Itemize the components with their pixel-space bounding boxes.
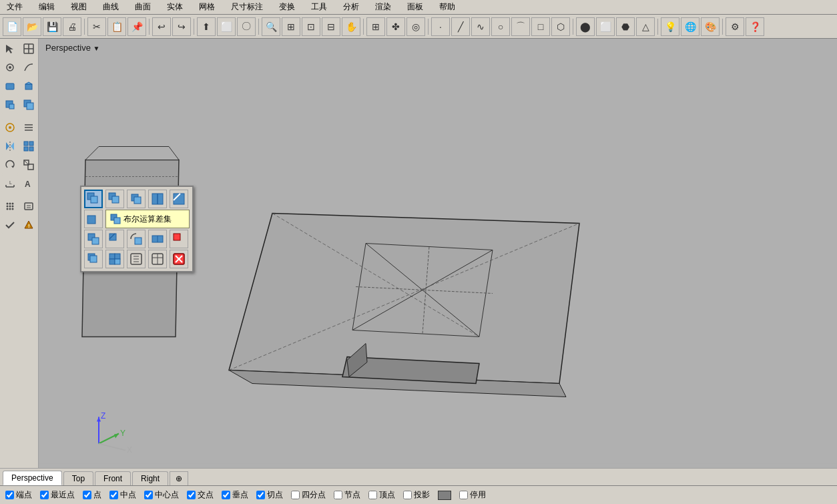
ft-r3c3[interactable] [127, 230, 146, 248]
sb-grid-snap[interactable] [1, 198, 19, 215]
ft-r4c3[interactable] [127, 250, 146, 268]
viewport[interactable]: Perspective ▼ [39, 39, 837, 468]
ft-r3c1[interactable] [84, 230, 103, 248]
ft-icon-diff2[interactable] [84, 210, 103, 228]
tb-cone[interactable]: △ [636, 17, 655, 36]
sb-mirror-tool[interactable] [1, 138, 19, 155]
sb-rotate-tool[interactable] [1, 156, 19, 174]
viewport-label[interactable]: Perspective ▼ [45, 43, 99, 53]
tb-pan[interactable]: ✋ [342, 17, 360, 36]
status-point-check[interactable] [83, 491, 91, 499]
ft-r3c2[interactable] [105, 230, 124, 248]
menu-help[interactable]: 帮助 [435, 0, 459, 14]
sb-array-tool[interactable] [20, 138, 37, 155]
tb-zoom-ext[interactable]: ⊞ [282, 17, 300, 36]
status-quad-check[interactable] [291, 491, 300, 499]
status-tan[interactable]: 切点 [256, 489, 283, 501]
tab-top[interactable]: Top [63, 471, 93, 485]
status-perp-check[interactable] [222, 491, 230, 499]
status-intersect-check[interactable] [187, 491, 196, 499]
sb-text-tool[interactable]: A [20, 175, 37, 192]
menu-curve[interactable]: 曲线 [99, 0, 123, 14]
status-quad[interactable]: 四分点 [291, 489, 326, 501]
ft-trim[interactable] [170, 190, 188, 208]
sb-snap-tool[interactable] [1, 119, 19, 136]
tab-add[interactable]: ⊕ [170, 471, 188, 485]
ft-r3c5[interactable] [170, 230, 188, 248]
tb-help[interactable]: ❓ [746, 17, 764, 36]
status-perp[interactable]: 垂点 [222, 489, 248, 501]
status-midpoint-check[interactable] [109, 491, 118, 499]
tb-settings[interactable]: ⚙ [726, 17, 744, 36]
menu-transform[interactable]: 变换 [275, 0, 299, 14]
menu-edit[interactable]: 编辑 [35, 0, 59, 14]
tab-perspective[interactable]: Perspective [3, 471, 62, 485]
status-nearest-check[interactable] [40, 491, 49, 499]
tab-right[interactable]: Right [132, 471, 168, 485]
sb-boolean-tool[interactable] [20, 96, 37, 113]
sb-scale-tool[interactable] [20, 156, 37, 174]
tb-rect[interactable]: □ [531, 17, 550, 36]
tb-osnap[interactable]: ◎ [406, 17, 425, 36]
sb-solid-tool[interactable] [20, 77, 37, 95]
tb-curve[interactable]: ∿ [471, 17, 490, 36]
status-vertex-check[interactable] [368, 491, 377, 499]
menu-tools[interactable]: 工具 [307, 0, 331, 14]
sb-select-tool[interactable] [1, 40, 19, 57]
menu-mesh[interactable]: 网格 [195, 0, 219, 14]
ft-r4c4[interactable] [148, 250, 167, 268]
status-endpoint[interactable]: 端点 [5, 489, 32, 501]
tb-print[interactable]: 🖨 [63, 17, 81, 36]
status-disable[interactable]: 停用 [459, 489, 486, 501]
sb-dim-tool[interactable]: L [1, 175, 19, 192]
tb-render-preview[interactable]: 🌐 [681, 17, 700, 36]
tb-arc[interactable]: ⌒ [511, 17, 530, 36]
sb-curve-tool[interactable] [20, 59, 37, 76]
tb-zoom-in[interactable]: 🔍 [262, 17, 280, 36]
status-project-check[interactable] [403, 491, 412, 499]
status-nearest[interactable]: 最近点 [40, 489, 75, 501]
tb-line[interactable]: ╱ [451, 17, 470, 36]
tb-circle[interactable]: ○ [491, 17, 510, 36]
tb-save[interactable]: 💾 [43, 17, 61, 36]
tb-paste[interactable]: 📌 [127, 17, 146, 36]
tb-zoom-all[interactable]: ⊟ [322, 17, 340, 36]
status-endpoint-check[interactable] [5, 491, 14, 499]
tb-undo[interactable]: ↩ [152, 17, 171, 36]
ft-split[interactable] [148, 190, 167, 208]
sb-warn[interactable]: ! [20, 216, 37, 234]
tb-cut[interactable]: ✂ [87, 17, 106, 36]
menu-dimension[interactable]: 尺寸标注 [227, 0, 267, 14]
tb-grid[interactable]: ⊞ [366, 17, 385, 36]
menu-surface[interactable]: 曲面 [131, 0, 155, 14]
ft-intersect[interactable] [127, 190, 146, 208]
status-center[interactable]: 中心点 [144, 489, 179, 501]
tb-render[interactable]: 💡 [661, 17, 679, 36]
tb-material[interactable]: 🎨 [701, 17, 720, 36]
ft-r3c4[interactable] [148, 230, 167, 248]
menu-render[interactable]: 渲染 [371, 0, 395, 14]
tab-front[interactable]: Front [95, 471, 131, 485]
tb-window-select[interactable]: ⬜ [217, 17, 236, 36]
status-knot[interactable]: 节点 [334, 489, 360, 501]
tb-point[interactable]: · [431, 17, 450, 36]
tb-lasso[interactable]: 〇 [237, 17, 256, 36]
status-center-check[interactable] [144, 491, 153, 499]
tb-open[interactable]: 📂 [23, 17, 41, 36]
status-disable-check[interactable] [459, 491, 468, 499]
ft-diff[interactable] [105, 190, 124, 208]
menu-view[interactable]: 视图 [67, 0, 91, 14]
tb-zoom-sel[interactable]: ⊡ [302, 17, 320, 36]
status-project[interactable]: 投影 [403, 489, 430, 501]
status-intersect[interactable]: 交点 [187, 489, 214, 501]
tb-select[interactable]: ⬆ [197, 17, 216, 36]
tb-copy[interactable]: 📋 [107, 17, 126, 36]
sb-edit-tool[interactable] [1, 96, 19, 113]
menu-file[interactable]: 文件 [3, 0, 27, 14]
sb-props[interactable] [20, 198, 37, 215]
menu-solid[interactable]: 实体 [163, 0, 187, 14]
menu-panel[interactable]: 面板 [403, 0, 427, 14]
status-vertex[interactable]: 顶点 [368, 489, 395, 501]
tb-new[interactable]: 📄 [3, 17, 21, 36]
tb-box[interactable]: ⬜ [596, 17, 615, 36]
